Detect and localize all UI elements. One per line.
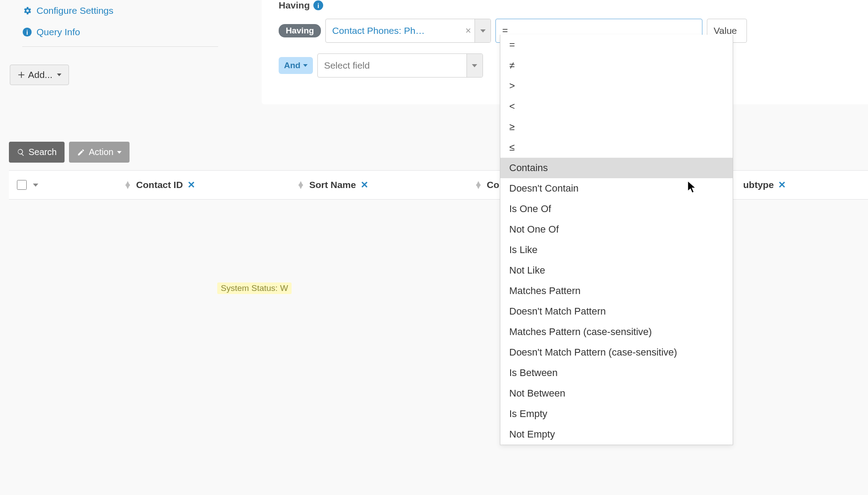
operator-option[interactable]: Not Empty <box>500 424 733 445</box>
gears-icon <box>22 6 32 16</box>
remove-column-icon[interactable]: ✕ <box>187 180 195 190</box>
caret-down-icon <box>303 64 308 67</box>
having-text: Having <box>279 0 310 11</box>
operator-option[interactable]: Is Like <box>500 240 733 260</box>
operator-option[interactable]: Doesn't Contain <box>500 178 733 199</box>
sort-icon: ▲▼ <box>297 182 305 188</box>
column-header[interactable]: ▲▼ Sort Name ✕ <box>286 171 379 199</box>
column-header[interactable]: ▲▼ Contact ID ✕ <box>113 171 206 199</box>
add-field-dropdown-toggle[interactable] <box>466 54 483 77</box>
operator-option[interactable]: Matches Pattern (case-sensitive) <box>500 322 733 342</box>
operator-dropdown: =≠><≥≤ContainsDoesn't ContainIs One OfNo… <box>500 35 733 445</box>
column-header[interactable]: ubtype ✕ <box>733 171 797 199</box>
operator-option[interactable]: Not One Of <box>500 219 733 240</box>
and-label: And <box>284 61 300 70</box>
clear-field-icon[interactable]: × <box>462 25 475 37</box>
field-selected-label: Contact Phones: Ph… <box>326 25 462 36</box>
column-label: Co <box>487 180 499 190</box>
query-info-label: Query Info <box>37 27 80 37</box>
search-label: Search <box>28 147 57 157</box>
select-all-cell <box>9 171 46 199</box>
operator-option[interactable]: ≠ <box>500 55 733 76</box>
svg-text:i: i <box>26 29 28 36</box>
operator-option[interactable]: Is Empty <box>500 404 733 424</box>
operator-option[interactable]: Not Like <box>500 260 733 281</box>
action-button[interactable]: Action <box>69 142 130 163</box>
operator-option[interactable]: Is One Of <box>500 199 733 219</box>
column-label: ubtype <box>743 180 774 190</box>
and-pill[interactable]: And <box>279 57 313 74</box>
toolbar: Search Action <box>9 142 130 163</box>
search-button[interactable]: Search <box>9 142 65 163</box>
results-table: ▲▼ Contact ID ✕ ▲▼ Sort Name ✕ ▲▼ Co ubt… <box>9 170 868 200</box>
footer: System Status: W n source AGPLv3 softwar… <box>0 282 868 294</box>
add-field-selector[interactable]: Select field <box>317 53 483 78</box>
column-label: Sort Name <box>309 180 356 190</box>
caret-down-icon <box>57 74 61 76</box>
field-dropdown-toggle[interactable] <box>475 19 491 42</box>
select-field-placeholder: Select field <box>318 60 466 71</box>
caret-down-icon <box>117 151 122 154</box>
action-label: Action <box>89 147 114 157</box>
remove-column-icon[interactable]: ✕ <box>778 180 786 190</box>
operator-option[interactable]: Contains <box>500 158 733 178</box>
sort-icon: ▲▼ <box>475 182 483 188</box>
configure-settings-link[interactable]: Configure Settings <box>9 0 231 21</box>
search-icon <box>17 148 25 156</box>
operator-option[interactable]: > <box>500 76 733 96</box>
select-all-caret[interactable] <box>33 184 38 187</box>
caret-down-icon <box>472 64 477 67</box>
operator-option[interactable]: Doesn't Match Pattern <box>500 301 733 322</box>
operator-option[interactable]: ≤ <box>500 137 733 158</box>
operator-option[interactable]: Is Between <box>500 363 733 383</box>
having-pill: Having <box>279 24 321 37</box>
operator-option[interactable]: Doesn't Match Pattern (case-sensitive) <box>500 342 733 363</box>
sort-icon: ▲▼ <box>124 182 132 188</box>
column-label: Contact ID <box>136 180 183 190</box>
operator-option[interactable]: ≥ <box>500 117 733 137</box>
caret-down-icon <box>480 29 486 33</box>
operator-option[interactable]: Not Between <box>500 383 733 404</box>
query-info-link[interactable]: i Query Info <box>9 21 231 43</box>
operator-option[interactable]: < <box>500 96 733 117</box>
info-icon[interactable]: i <box>313 0 323 10</box>
field-selector[interactable]: Contact Phones: Ph… × <box>325 19 491 43</box>
add-label: Add... <box>28 70 53 80</box>
plus-icon <box>17 71 25 79</box>
operator-option[interactable]: Matches Pattern <box>500 281 733 301</box>
select-all-checkbox[interactable] <box>17 180 27 190</box>
system-status-chip[interactable]: System Status: W <box>217 282 292 294</box>
remove-column-icon[interactable]: ✕ <box>361 180 369 190</box>
having-section-label: Having i <box>279 0 323 11</box>
info-icon: i <box>22 27 32 37</box>
pencil-icon <box>77 148 85 156</box>
sidebar-divider <box>22 46 218 47</box>
configure-settings-label: Configure Settings <box>37 5 114 16</box>
add-button[interactable]: Add... <box>10 65 69 85</box>
operator-option[interactable]: = <box>500 35 733 55</box>
